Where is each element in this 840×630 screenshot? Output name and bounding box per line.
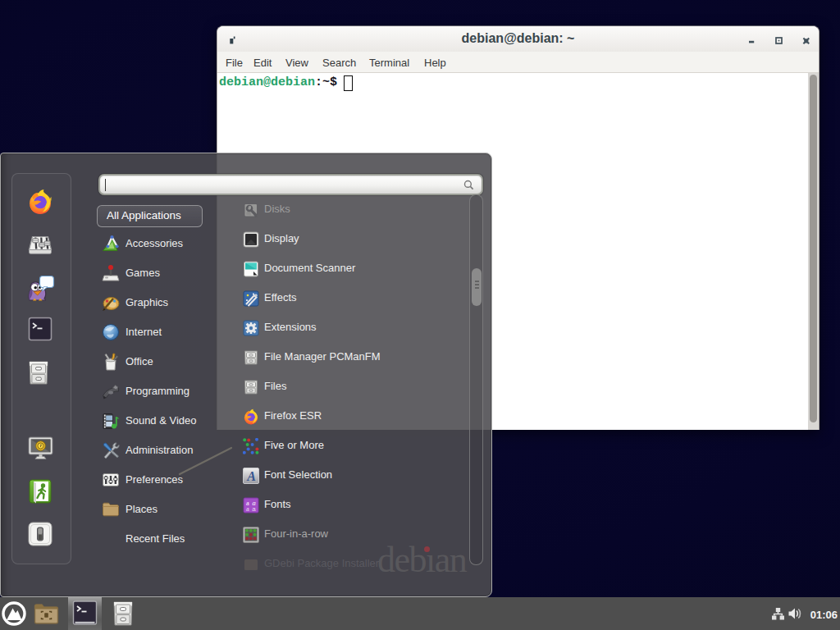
svg-text:a: a bbox=[252, 505, 256, 513]
svg-text:a: a bbox=[246, 504, 249, 513]
svg-text:A: A bbox=[246, 469, 256, 483]
